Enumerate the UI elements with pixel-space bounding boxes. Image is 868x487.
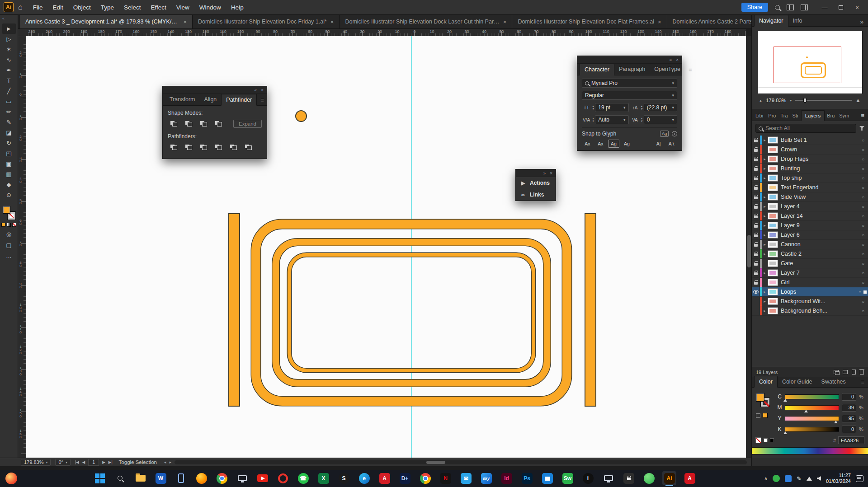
chrome-icon[interactable] xyxy=(215,471,229,485)
dock-tab-libr[interactable]: Libr xyxy=(753,111,766,121)
menu-help[interactable]: Help xyxy=(226,0,249,15)
white-swatch[interactable] xyxy=(764,438,768,442)
unite-button[interactable] xyxy=(168,119,179,128)
lock-icon[interactable] xyxy=(752,136,760,145)
artwork-shape[interactable] xyxy=(585,214,596,406)
layers-search-input[interactable]: Search All xyxy=(755,124,856,133)
lock-icon[interactable] xyxy=(752,221,760,230)
black-swatch[interactable] xyxy=(770,438,774,442)
glyph-guide-button[interactable]: A∖ xyxy=(666,140,677,148)
navigator-zoom-value[interactable]: 179.83% xyxy=(766,98,786,103)
vertical-scrollbar[interactable] xyxy=(746,36,751,458)
layer-row[interactable]: Crown○ xyxy=(752,145,868,155)
pathfinder-tab-align[interactable]: Align xyxy=(200,94,222,105)
rectangle-tool[interactable]: ▭ xyxy=(2,96,16,107)
layer-name[interactable]: Gate xyxy=(781,260,859,267)
tab-overflow-icon[interactable]: » xyxy=(857,15,867,29)
panel-menu-icon[interactable]: ≡ xyxy=(257,97,268,105)
leading-stepper[interactable]: ▴▾ xyxy=(641,105,642,110)
color-slider-y[interactable] xyxy=(785,416,839,421)
document-tab[interactable]: Domiciles Illustrator Ship Elevation Doc… xyxy=(193,15,340,28)
kerning-select[interactable]: Auto ▾ xyxy=(595,115,628,124)
layer-target-icon[interactable]: ○ xyxy=(859,214,867,219)
layer-name[interactable]: Loops xyxy=(781,289,856,295)
links-panel-item[interactable]: ∞Links xyxy=(516,189,556,201)
new-layer-icon[interactable] xyxy=(852,370,856,375)
layer-target-icon[interactable]: ○ xyxy=(856,290,863,295)
network-icon[interactable] xyxy=(807,477,812,481)
layer-name[interactable]: Layer 4 xyxy=(781,203,859,210)
layer-row[interactable]: ▸Layer 9○ xyxy=(752,221,868,230)
trim-button[interactable] xyxy=(183,142,194,152)
dock-tab-tra[interactable]: Tra xyxy=(778,111,790,121)
lasso-tool[interactable]: ∿ xyxy=(2,55,16,65)
font-size-select[interactable]: 19 pt ▾ xyxy=(595,103,628,112)
navigator-zoom-slider[interactable] xyxy=(795,100,852,101)
panel-close-icon[interactable]: × xyxy=(676,57,679,62)
volume-icon[interactable] xyxy=(817,476,821,481)
layer-expand-icon[interactable]: ▸ xyxy=(762,195,768,199)
glyph-guide-button[interactable]: A| xyxy=(653,140,664,148)
tray-green-app-icon[interactable] xyxy=(773,475,780,482)
intersect-button[interactable] xyxy=(198,119,209,128)
home-icon[interactable]: ⌂ xyxy=(18,3,23,11)
menu-file[interactable]: File xyxy=(28,0,48,15)
tray-clock[interactable]: 11:27 01/03/2024 xyxy=(826,473,851,484)
minimize-button[interactable]: — xyxy=(816,0,833,15)
layer-row[interactable]: ▸Layer 14○ xyxy=(752,211,868,221)
panel-collapse-icon[interactable]: « xyxy=(255,88,257,93)
paintbrush-tool[interactable]: ✏ xyxy=(2,107,16,117)
layer-target-icon[interactable]: ○ xyxy=(859,185,867,190)
menu-object[interactable]: Object xyxy=(68,0,96,15)
horizontal-scrollbar-thumb[interactable] xyxy=(426,461,445,464)
tracking-stepper[interactable]: ▴▾ xyxy=(641,117,642,122)
lock-icon[interactable] xyxy=(752,173,760,183)
ms-store-icon[interactable] xyxy=(540,471,554,485)
gradient-mini-swatch[interactable] xyxy=(7,223,11,227)
menu-view[interactable]: View xyxy=(171,0,194,15)
panel-menu-icon[interactable]: ≡ xyxy=(857,379,868,387)
phone-link-icon[interactable] xyxy=(174,471,188,485)
menu-type[interactable]: Type xyxy=(96,0,119,15)
share-button[interactable]: Share xyxy=(741,3,768,12)
pathfinder-tab-pathfinder[interactable]: Pathfinder xyxy=(221,94,257,106)
pencil-tool[interactable]: ✎ xyxy=(2,117,16,127)
document-tab[interactable]: Domiciles Illustrator Ship Elevation Doc… xyxy=(512,15,667,28)
zoom-select[interactable]: 179.83% ▾ xyxy=(21,459,51,466)
lock-icon[interactable] xyxy=(752,155,760,164)
visibility-column[interactable] xyxy=(752,306,760,315)
disney-plus-icon[interactable]: D+ xyxy=(398,471,412,485)
security-app-icon[interactable] xyxy=(622,471,636,485)
expand-button[interactable]: Expand xyxy=(233,120,262,128)
layer-expand-icon[interactable]: ▸ xyxy=(762,157,768,161)
rotate-tool[interactable]: ↻ xyxy=(2,138,16,148)
kerning-stepper[interactable]: ▴▾ xyxy=(592,117,594,122)
lock-icon[interactable] xyxy=(752,145,760,154)
color-value-m[interactable]: 39 xyxy=(842,404,856,412)
layer-name[interactable]: Girl xyxy=(781,279,859,286)
layer-expand-icon[interactable]: ▸ xyxy=(762,223,768,228)
lock-icon[interactable] xyxy=(752,240,760,249)
workspace-switcher-icon[interactable] xyxy=(801,5,808,10)
outline-button[interactable] xyxy=(227,142,239,152)
eyedropper-tool[interactable]: ◆ xyxy=(2,179,16,190)
tab-close-icon[interactable]: × xyxy=(658,19,661,25)
maximize-button[interactable] xyxy=(833,0,849,15)
layer-name[interactable]: Bunting xyxy=(781,165,859,172)
layer-row[interactable]: ▸Drop Flags○ xyxy=(752,155,868,164)
scroll-right-icon[interactable]: ▸ xyxy=(170,460,172,464)
layer-name[interactable]: Drop Flags xyxy=(781,156,859,162)
color-value-y[interactable]: 95 xyxy=(842,415,856,422)
layer-row[interactable]: ▸Background Wit...○ xyxy=(752,297,868,306)
layer-expand-icon[interactable]: ▸ xyxy=(762,271,768,275)
layer-name[interactable]: Background Beh... xyxy=(781,308,859,314)
visibility-column[interactable] xyxy=(752,297,760,306)
first-artboard-icon[interactable]: |◀ xyxy=(75,460,79,464)
snap-glyph-icon[interactable]: Ag xyxy=(660,131,669,137)
glyph-snap-button[interactable]: Ax xyxy=(582,140,593,148)
fill-color-swatch[interactable] xyxy=(3,206,10,214)
sw-app-icon[interactable]: Sw xyxy=(561,471,575,485)
layer-row[interactable]: ▸Layer 6○ xyxy=(752,230,868,240)
artwork-shape[interactable] xyxy=(229,214,240,406)
document-tab[interactable]: Annies Castle 3 _ Development 1.ai* @ 17… xyxy=(20,15,193,28)
